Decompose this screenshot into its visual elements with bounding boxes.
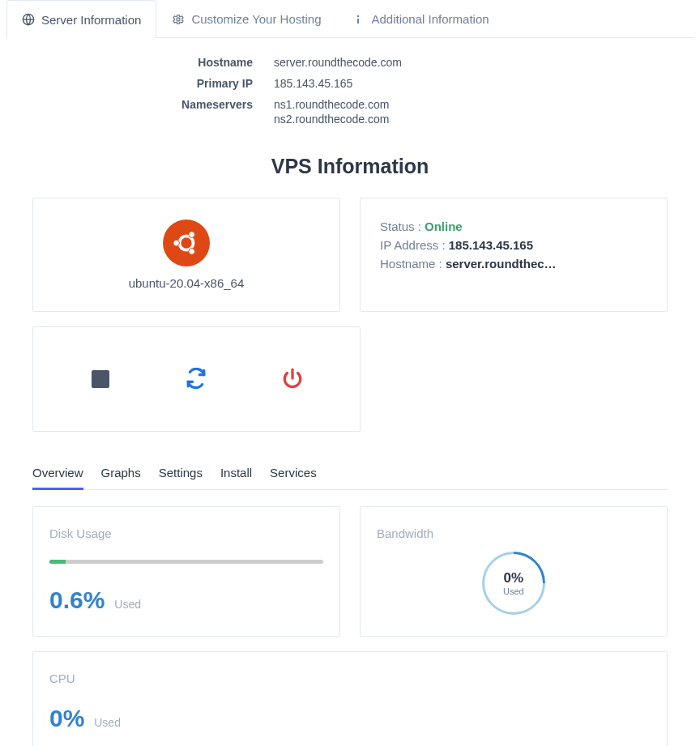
cpu-card: CPU 0% Used bbox=[32, 651, 668, 746]
svg-point-3 bbox=[357, 15, 360, 17]
stop-icon bbox=[92, 370, 109, 388]
status-card: Status : Online IP Address : 185.143.45.… bbox=[360, 198, 668, 312]
disk-pct: 0.6% bbox=[49, 586, 105, 614]
server-info-block: Hostname server.roundthecode.com Primary… bbox=[6, 56, 694, 127]
subtab-overview[interactable]: Overview bbox=[32, 459, 83, 490]
top-tabs: Server Information Customize Your Hostin… bbox=[6, 0, 694, 38]
disk-progress-fill bbox=[49, 560, 66, 564]
sub-tabs: Overview Graphs Settings Install Service… bbox=[32, 459, 668, 490]
nameserver-1: ns1.roundthecode.com bbox=[274, 98, 389, 111]
disk-progress bbox=[49, 560, 323, 564]
svg-point-2 bbox=[177, 18, 180, 21]
svg-rect-4 bbox=[357, 18, 359, 23]
globe-icon bbox=[22, 13, 35, 26]
nameserver-2: ns2.roundthecode.com bbox=[274, 113, 389, 126]
disk-title: Disk Usage bbox=[49, 526, 323, 540]
cpu-pct: 0% bbox=[49, 705, 84, 732]
vps-information-title: VPS Information bbox=[6, 155, 694, 178]
svg-point-7 bbox=[189, 232, 195, 238]
ip-value: 185.143.45.165 bbox=[449, 238, 533, 252]
subtab-graphs[interactable]: Graphs bbox=[101, 459, 141, 490]
info-icon bbox=[352, 13, 365, 26]
tab-server-information[interactable]: Server Information bbox=[6, 0, 156, 38]
cpu-title: CPU bbox=[49, 671, 651, 685]
host-value: server.roundthec… bbox=[446, 257, 557, 271]
svg-point-8 bbox=[189, 249, 195, 255]
nameservers-label: Nameservers bbox=[6, 98, 274, 127]
tab-label: Server Information bbox=[41, 13, 141, 27]
bandwidth-card: Bandwidth 0% Used bbox=[360, 506, 668, 637]
nameservers-value: ns1.roundthecode.com ns2.roundthecode.co… bbox=[274, 98, 389, 127]
disk-used-label: Used bbox=[114, 598, 141, 611]
power-button[interactable] bbox=[273, 360, 312, 399]
subtab-services[interactable]: Services bbox=[270, 459, 317, 490]
tab-label: Customize Your Hosting bbox=[191, 12, 321, 26]
power-icon bbox=[282, 368, 303, 391]
svg-point-6 bbox=[173, 240, 180, 246]
svg-point-5 bbox=[179, 236, 193, 249]
primary-ip-label: Primary IP bbox=[6, 77, 274, 90]
restart-button[interactable] bbox=[177, 360, 216, 399]
bandwidth-title: Bandwidth bbox=[377, 526, 651, 540]
refresh-icon bbox=[186, 368, 207, 391]
status-value: Online bbox=[425, 220, 463, 233]
hostname-label: Hostname bbox=[6, 56, 274, 69]
primary-ip-value: 185.143.45.165 bbox=[274, 77, 352, 90]
subtab-settings[interactable]: Settings bbox=[159, 459, 203, 490]
disk-usage-card: Disk Usage 0.6% Used bbox=[32, 506, 340, 637]
status-label: Status : bbox=[380, 220, 421, 233]
tab-additional-information[interactable]: Additional Information bbox=[336, 0, 504, 37]
bandwidth-used-label: Used bbox=[503, 586, 524, 596]
tab-label: Additional Information bbox=[371, 12, 489, 26]
hostname-value: server.roundthecode.com bbox=[274, 56, 402, 69]
os-name: ubuntu-20.04-x86_64 bbox=[53, 276, 320, 290]
stop-button[interactable] bbox=[81, 360, 120, 399]
bandwidth-gauge: 0% Used bbox=[469, 539, 558, 628]
host-label: Hostname : bbox=[380, 257, 442, 271]
ip-label: IP Address : bbox=[380, 238, 446, 252]
cpu-used-label: Used bbox=[94, 716, 121, 729]
actions-card bbox=[32, 326, 361, 432]
os-card: ubuntu-20.04-x86_64 bbox=[32, 198, 340, 312]
cogs-icon bbox=[172, 13, 185, 26]
subtab-install[interactable]: Install bbox=[220, 459, 252, 490]
ubuntu-icon bbox=[163, 220, 210, 266]
bandwidth-pct: 0% bbox=[503, 570, 524, 586]
tab-customize-hosting[interactable]: Customize Your Hosting bbox=[156, 0, 336, 37]
